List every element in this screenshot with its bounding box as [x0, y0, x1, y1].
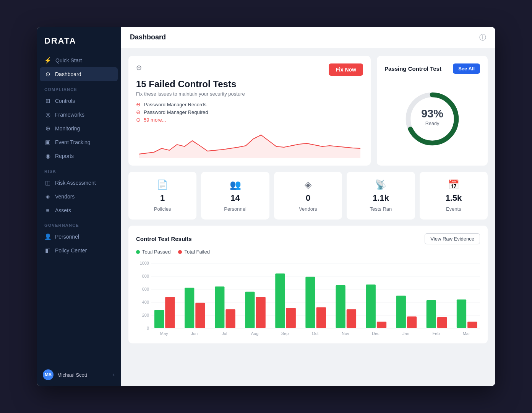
personnel-stat-icon: 👥	[230, 179, 241, 190]
events-icon: 📅	[448, 179, 459, 190]
list-item-more[interactable]: ⊖ 59 more...	[136, 117, 363, 123]
chevron-right-icon: ›	[113, 371, 115, 378]
sidebar-item-label: Risk Assessment	[55, 180, 96, 186]
settings-icon[interactable]: ⓘ	[479, 33, 486, 42]
monitoring-icon: ⊕	[44, 125, 51, 132]
stat-label: Tests Ran	[370, 206, 392, 212]
svg-rect-29	[305, 277, 315, 328]
svg-rect-44	[457, 299, 466, 328]
more-text: 59 more...	[144, 117, 166, 123]
passing-control-card: Passing Control Test See All 93% Re	[377, 56, 488, 166]
sidebar-item-vendors[interactable]: ◈ Vendors	[37, 190, 121, 203]
sidebar-item-risk-assessment[interactable]: ◫ Risk Assessment	[37, 176, 121, 190]
chart-card-header: Control Test Results View Raw Evidence	[136, 233, 480, 244]
svg-rect-24	[256, 297, 265, 328]
svg-text:Jan: Jan	[402, 331, 409, 336]
legend-failed: Total Failed	[178, 249, 209, 255]
policies-icon: 📄	[157, 179, 168, 190]
svg-rect-23	[245, 292, 255, 328]
sidebar-item-label: Personnel	[55, 234, 79, 240]
list-item: ⊖ Password Manager Required	[136, 109, 363, 115]
alert-card-header: ⊖ Fix Now	[136, 63, 363, 76]
nav-section-compliance: COMPLIANCE	[37, 81, 121, 94]
svg-rect-14	[154, 310, 164, 328]
logo: DRATA	[37, 27, 121, 54]
sidebar-item-policy-center[interactable]: ◧ Policy Center	[37, 244, 121, 257]
alert-issues-list: ⊖ Password Manager Records ⊖ Password Ma…	[136, 101, 363, 123]
svg-text:Feb: Feb	[433, 331, 440, 336]
legend-label: Total Passed	[142, 249, 170, 255]
chart-title: Control Test Results	[136, 236, 192, 242]
sidebar-nav: COMPLIANCE ⊞ Controls ◎ Frameworks ⊕ Mon…	[37, 81, 121, 363]
svg-rect-42	[437, 317, 447, 328]
sidebar-item-label: Quick Start	[55, 57, 82, 63]
fix-now-button[interactable]: Fix Now	[329, 63, 363, 76]
sidebar-item-label: Controls	[55, 98, 75, 104]
stat-card-vendors: ◈ 0 Vendors	[274, 172, 342, 220]
list-item: ⊖ Password Manager Records	[136, 101, 363, 107]
vendors-stat-icon: ◈	[305, 179, 311, 190]
svg-text:Jun: Jun	[191, 331, 198, 336]
alert-title: 15 Failed Control Tests	[136, 79, 363, 89]
svg-text:Mar: Mar	[463, 331, 470, 336]
stat-card-policies: 📄 1 Policies	[128, 172, 196, 220]
sidebar-item-assets[interactable]: ≡ Assets	[37, 203, 121, 217]
sidebar-item-reports[interactable]: ◉ Reports	[37, 149, 121, 163]
view-raw-evidence-button[interactable]: View Raw Evidence	[425, 233, 480, 244]
svg-rect-21	[225, 309, 235, 328]
svg-rect-18	[195, 303, 205, 328]
stat-card-personnel: 👥 14 Personnel	[201, 172, 269, 220]
control-test-results-card: Control Test Results View Raw Evidence T…	[128, 226, 488, 343]
sidebar-item-label: Assets	[55, 207, 71, 213]
personnel-icon: 👤	[44, 233, 51, 240]
sidebar-item-event-tracking[interactable]: ▣ Event Tracking	[37, 135, 121, 149]
svg-rect-20	[215, 286, 224, 328]
passing-card-header: Passing Control Test See All	[384, 63, 480, 74]
top-row: ⊖ Fix Now 15 Failed Control Tests Fix th…	[128, 56, 488, 166]
svg-text:Oct: Oct	[312, 331, 318, 336]
svg-rect-30	[316, 307, 326, 328]
event-tracking-icon: ▣	[44, 139, 51, 146]
svg-text:1000: 1000	[140, 261, 149, 265]
sidebar-item-quick-start[interactable]: ⚡ Quick Start	[37, 54, 121, 67]
vendors-icon: ◈	[44, 193, 51, 200]
stat-card-tests: 📡 1.1k Tests Ran	[347, 172, 415, 220]
error-icon: ⊖	[136, 101, 141, 107]
policy-center-icon: ◧	[44, 247, 51, 254]
donut-label: Ready	[425, 121, 440, 126]
dashboard-icon: ⊙	[44, 71, 51, 78]
avatar: MS	[43, 369, 54, 380]
sidebar-item-personnel[interactable]: 👤 Personnel	[37, 230, 121, 244]
sidebar-item-label: Monitoring	[55, 125, 80, 132]
stat-label: Vendors	[299, 206, 317, 212]
see-all-button[interactable]: See All	[453, 63, 480, 74]
sparkline-svg	[136, 127, 363, 158]
svg-rect-15	[165, 297, 175, 328]
nav-section-risk: RISK	[37, 163, 121, 176]
stat-number: 0	[306, 193, 310, 203]
svg-text:Sep: Sep	[281, 331, 289, 336]
sidebar-item-label: Policy Center	[55, 247, 87, 254]
main-header: Dashboard ⓘ	[121, 27, 495, 48]
tests-icon: 📡	[375, 179, 386, 190]
svg-rect-45	[467, 322, 477, 328]
sidebar-item-controls[interactable]: ⊞ Controls	[37, 94, 121, 108]
passed-dot	[136, 250, 140, 254]
svg-rect-33	[347, 309, 356, 328]
svg-text:0: 0	[147, 326, 149, 330]
user-profile[interactable]: MS Michael Scott ›	[37, 363, 121, 386]
sidebar-item-label: Frameworks	[55, 112, 84, 118]
svg-rect-26	[275, 273, 285, 328]
controls-icon: ⊞	[44, 98, 51, 104]
svg-rect-38	[396, 296, 406, 328]
sidebar-item-frameworks[interactable]: ◎ Frameworks	[37, 108, 121, 122]
svg-text:600: 600	[142, 287, 149, 291]
issue-text: Password Manager Required	[144, 109, 208, 115]
alert-card: ⊖ Fix Now 15 Failed Control Tests Fix th…	[128, 56, 371, 166]
bar-chart: 02004006008001000MayJunJulAugSepOctNovDe…	[136, 259, 480, 336]
svg-rect-41	[427, 300, 436, 328]
sidebar-item-dashboard[interactable]: ⊙ Dashboard	[40, 67, 118, 81]
sidebar-item-monitoring[interactable]: ⊕ Monitoring	[37, 122, 121, 135]
stat-label: Policies	[154, 206, 171, 212]
quick-start-icon: ⚡	[44, 57, 52, 64]
